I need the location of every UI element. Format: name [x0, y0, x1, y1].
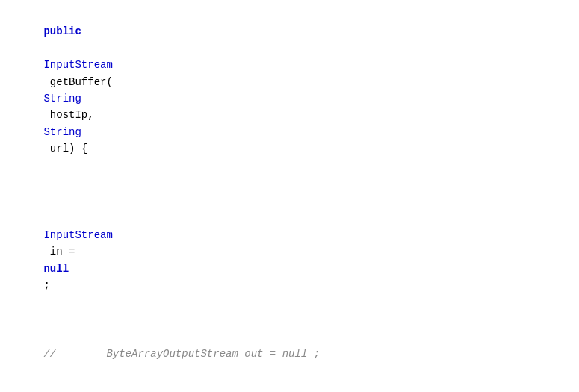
code-line-inputstream-in: InputStream in = null ; — [0, 193, 579, 311]
keyword-public: public — [43, 25, 81, 37]
type-inputstream: InputStream — [43, 59, 112, 71]
space — [43, 43, 56, 55]
code-line-outputstream-out: OutputStream out = null ; — [0, 380, 579, 392]
code-line-method: public InputStream getBuffer( String hos… — [0, 6, 579, 175]
code-line-comment-bytearr: // ByteArrayOutputStream out = null ; — [0, 311, 579, 380]
code-line-blank1 — [0, 175, 579, 193]
code-editor: public InputStream getBuffer( String hos… — [0, 0, 579, 392]
